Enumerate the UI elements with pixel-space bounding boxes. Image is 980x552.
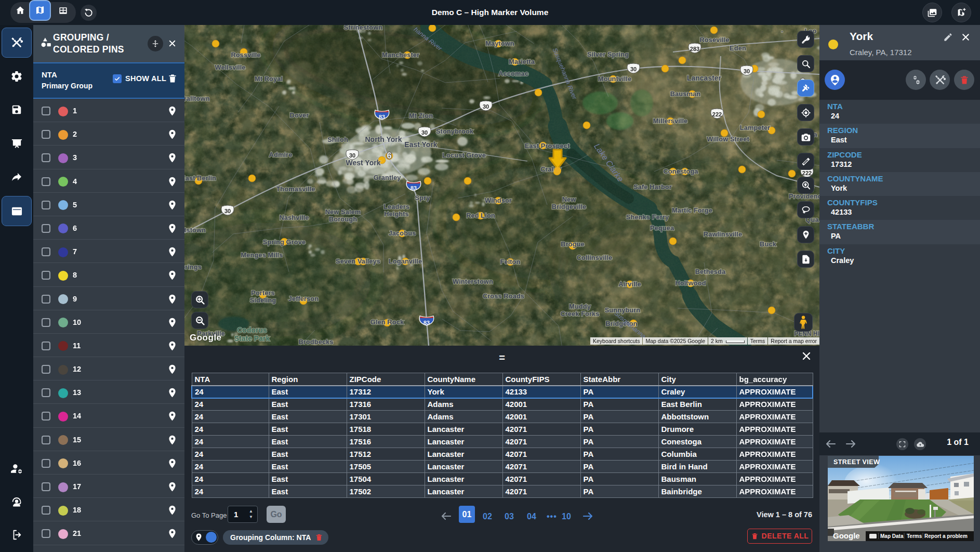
svg-text:Map Data: Map Data — [880, 533, 904, 539]
svg-text:Report a problem: Report a problem — [924, 533, 968, 539]
svg-text:STREET VIEW: STREET VIEW — [833, 458, 880, 466]
svg-text:Google: Google — [833, 531, 860, 540]
svg-text:Terms: Terms — [907, 533, 922, 539]
